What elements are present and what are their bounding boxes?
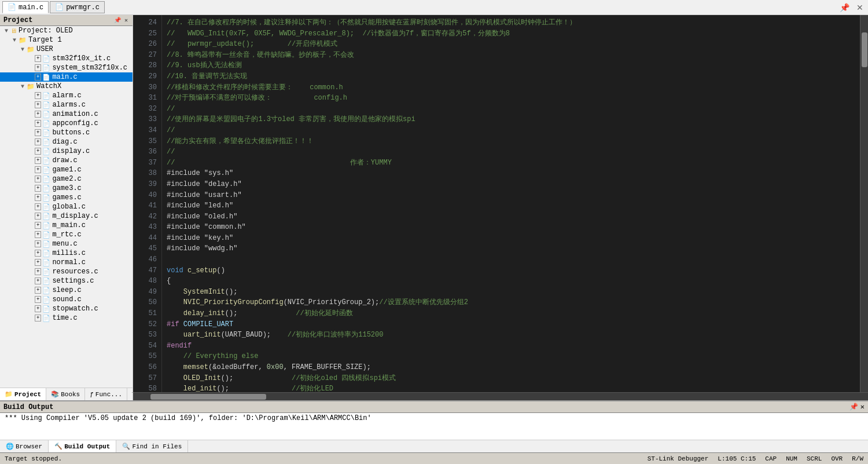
code-line-28[interactable]: //9. usb插入无法检测 (167, 60, 855, 71)
code-line-52[interactable]: #if COMPILE_UART (167, 319, 855, 330)
tree-expand-box[interactable]: + (35, 92, 41, 99)
tree-expand-box[interactable]: + (35, 120, 41, 127)
tree-item-main_c[interactable]: +📄main.c (0, 72, 133, 82)
close-editor-button[interactable]: ✕ (854, 3, 866, 12)
tree-item-resources_c[interactable]: +📄resources.c (0, 267, 133, 276)
tree-expand-box[interactable]: + (35, 111, 41, 118)
tree-expand-box[interactable]: + (35, 259, 41, 266)
code-line-41[interactable]: #include "led.h" (167, 200, 855, 211)
tree-expand-box[interactable]: + (35, 185, 41, 192)
sidebar-tree[interactable]: ▼🖥Project: OLED▼📁Target 1▼📁USER+📄stm32f1… (0, 26, 133, 388)
tree-item-stopwatch_c[interactable]: +📄stopwatch.c (0, 304, 133, 313)
tree-item-WatchX[interactable]: ▼📁WatchX (0, 82, 133, 91)
code-line-33[interactable]: //使用的屏幕是米盟园电子的1.3寸oled 非常厉害，我使用的是他家的模拟sp… (167, 114, 855, 125)
h-scrollbar-thumb[interactable] (150, 394, 266, 400)
tree-item-draw_c[interactable]: +📄draw.c (0, 156, 133, 165)
code-line-51[interactable]: delay_init(); //初始化延时函数 (167, 308, 855, 319)
code-line-32[interactable]: // (167, 104, 855, 115)
tree-item-menu_c[interactable]: +📄menu.c (0, 239, 133, 249)
code-line-26[interactable]: // pwrmgr_update(); //开启停机模式 (167, 39, 855, 50)
code-line-49[interactable]: SystemInit(); (167, 287, 855, 298)
code-line-37[interactable]: // 作者：YUMMY (167, 158, 855, 169)
tree-item-appconfig_c[interactable]: +📄appconfig.c (0, 119, 133, 128)
tree-expander[interactable]: ▼ (19, 46, 27, 53)
tree-item-stm32f10x_it_c[interactable]: +📄stm32f10x_it.c (0, 54, 133, 63)
tree-item-normal_c[interactable]: +📄normal.c (0, 258, 133, 267)
tree-item-diag_c[interactable]: +📄diag.c (0, 137, 133, 147)
code-line-53[interactable]: uart_init(UART_BAUD); //初始化串口波特率为115200 (167, 330, 855, 341)
tree-item-alarm_c[interactable]: +📄alarm.c (0, 91, 133, 100)
code-line-38[interactable]: #include "sys.h" (167, 168, 855, 179)
tree-item-m_display_c[interactable]: +📄m_display.c (0, 211, 133, 221)
editor-vertical-scrollbar[interactable] (860, 15, 868, 392)
code-line-34[interactable]: // (167, 125, 855, 136)
pin-button[interactable]: 📌 (837, 3, 852, 12)
tree-expand-box[interactable]: + (35, 166, 41, 173)
scrollbar-thumb[interactable] (862, 32, 867, 67)
code-line-45[interactable]: #include "wwdg.h" (167, 243, 855, 254)
tree-item-alarms_c[interactable]: +📄alarms.c (0, 100, 133, 109)
build-tab-find[interactable]: 🔍 Find in Files (116, 440, 188, 452)
code-line-40[interactable]: #include "usart.h" (167, 190, 855, 201)
tree-item-millis_c[interactable]: +📄millis.c (0, 249, 133, 258)
code-container[interactable]: 24 25 26 27 28 29 30 31 32 33 34 35 36 3… (133, 15, 868, 392)
tree-item-game1_c[interactable]: +📄game1.c (0, 165, 133, 174)
tree-item-Project:-OLED[interactable]: ▼🖥Project: OLED (0, 26, 133, 35)
sidebar-tab-func[interactable]: ƒ Func... (85, 388, 127, 400)
code-line-30[interactable]: //移植和修改文件程序的时候需要主要： common.h (167, 82, 855, 93)
tree-expand-box[interactable]: + (35, 213, 41, 220)
tree-expand-box[interactable]: + (35, 101, 41, 108)
code-line-58[interactable]: led_init(); //初始化LED (167, 383, 855, 392)
tree-expand-box[interactable]: + (35, 148, 41, 155)
tree-item-m_rtc_c[interactable]: +📄m_rtc.c (0, 230, 133, 239)
tab-main-c[interactable]: 📄 main.c (2, 1, 49, 13)
tree-expand-box[interactable]: + (35, 268, 41, 275)
tree-expand-box[interactable]: + (35, 203, 41, 210)
tree-item-animation_c[interactable]: +📄animation.c (0, 109, 133, 119)
tree-expand-box[interactable]: + (35, 176, 41, 182)
close-sidebar-icon[interactable]: ✕ (123, 17, 129, 24)
tree-expand-box[interactable]: + (35, 296, 41, 303)
tree-item-buttons_c[interactable]: +📄buttons.c (0, 128, 133, 137)
build-tab-browser[interactable]: 🌐 Browser (0, 440, 49, 452)
tree-expand-box[interactable]: + (35, 74, 41, 81)
pin-build-icon[interactable]: 📌 (849, 403, 858, 411)
code-line-56[interactable]: memset(&oledBuffer, 0x00, FRAME_BUFFER_S… (167, 362, 855, 373)
tree-item-game2_c[interactable]: +📄game2.c (0, 174, 133, 184)
tree-expand-box[interactable]: + (35, 315, 41, 321)
tree-expand-box[interactable]: + (35, 157, 41, 164)
code-line-36[interactable]: // (167, 147, 855, 158)
code-line-54[interactable]: #endif (167, 341, 855, 352)
code-lines[interactable]: //7. 在自己修改程序的时候，建议注释掉以下两句：（不然就只能用按键在蓝屏时刻… (162, 15, 860, 392)
code-line-50[interactable]: NVIC_PriorityGroupConfig(NVIC_PriorityGr… (167, 297, 855, 308)
code-line-35[interactable]: //能力实在有限，希望各位大佬批评指正！！！ (167, 136, 855, 147)
code-line-44[interactable]: #include "key.h" (167, 233, 855, 244)
tree-item-display_c[interactable]: +📄display.c (0, 147, 133, 156)
tree-expander[interactable]: ▼ (19, 83, 27, 90)
tree-expand-box[interactable]: + (35, 194, 41, 201)
tree-expand-box[interactable]: + (35, 305, 41, 312)
sidebar-tab-books[interactable]: 📚 Books (46, 388, 85, 400)
code-line-29[interactable]: //10. 音量调节无法实现 (167, 71, 855, 82)
tree-expand-box[interactable]: + (35, 277, 41, 284)
code-line-25[interactable]: // WWDG_Init(0x7F, 0X5F, WWDG_Prescaler_… (167, 28, 855, 39)
tree-expand-box[interactable]: + (35, 64, 41, 71)
tree-item-games_c[interactable]: +📄games.c (0, 193, 133, 202)
tree-expand-box[interactable]: + (35, 287, 41, 294)
tree-item-global_c[interactable]: +📄global.c (0, 202, 133, 211)
code-line-48[interactable]: { (167, 276, 855, 287)
tree-expand-box[interactable]: + (35, 129, 41, 136)
tree-expand-box[interactable]: + (35, 222, 41, 229)
pin-sidebar-icon[interactable]: 📌 (113, 17, 122, 24)
sidebar-tab-template[interactable]: T Tem... (127, 388, 133, 400)
build-tab-output[interactable]: 🔨 Build Output (49, 440, 116, 452)
code-line-39[interactable]: #include "delay.h" (167, 179, 855, 190)
tree-expand-box[interactable]: + (35, 240, 41, 247)
tree-item-m_main_c[interactable]: +📄m_main.c (0, 221, 133, 230)
tree-item-sleep_c[interactable]: +📄sleep.c (0, 286, 133, 295)
code-line-42[interactable]: #include "oled.h" (167, 211, 855, 222)
code-line-43[interactable]: #include "common.h" (167, 222, 855, 233)
tree-item-system_stm32f10x_c[interactable]: +📄system_stm32f10x.c (0, 63, 133, 72)
tree-item-sound_c[interactable]: +📄sound.c (0, 295, 133, 304)
tree-item-time_c[interactable]: +📄time.c (0, 313, 133, 323)
